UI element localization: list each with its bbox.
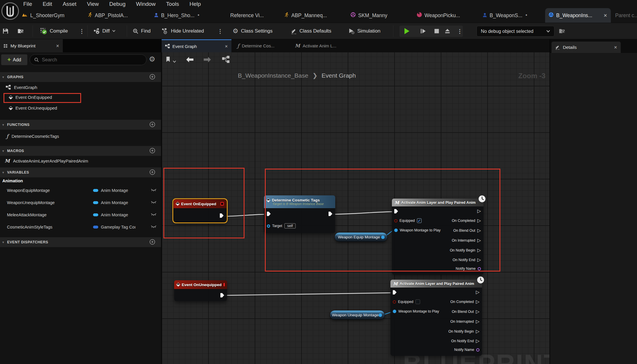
save-button[interactable] <box>2 28 9 34</box>
notify-name-row[interactable]: Notify Name <box>456 267 481 271</box>
node-activate-anim-equip[interactable]: M Activate Anim Layer and Play Paired An… <box>392 199 483 275</box>
debug-browse-button[interactable] <box>559 28 566 34</box>
compile-button[interactable]: Compile <box>40 28 68 35</box>
hide-unrelated-kebab[interactable]: ⋮ <box>217 28 223 34</box>
variable-category[interactable]: Animation <box>2 179 23 183</box>
equipped-pin-row[interactable]: Equipped ✓ <box>394 218 422 223</box>
asset-tab-parent-class[interactable]: Parent c... <box>615 9 637 22</box>
on-notify-begin-row[interactable]: On Notify Begin▷ <box>448 329 479 334</box>
sidebar-item-event-onunequipped[interactable]: Event OnUnequipped <box>9 106 57 110</box>
node-event-onequipped[interactable]: Event OnEquipped <box>174 199 226 222</box>
macros-section-header[interactable]: ▼ MACROS <box>0 146 161 156</box>
play-button[interactable] <box>403 27 411 35</box>
target-pin[interactable] <box>267 224 270 228</box>
browse-content-button[interactable] <box>17 28 24 34</box>
add-dispatcher-icon[interactable] <box>149 239 155 246</box>
variable-row-cosmeticanimstyletags[interactable]: CosmeticAnimStyleTags Gameplay Tag Coı <box>0 223 161 231</box>
search-field[interactable] <box>30 54 147 65</box>
target-pin-row[interactable]: Target self <box>267 223 296 229</box>
menu-edit[interactable]: Edit <box>43 1 52 7</box>
stop-button[interactable] <box>434 28 440 34</box>
add-macro-icon[interactable] <box>149 148 155 154</box>
exec-out-pin[interactable]: ▷ <box>477 209 481 213</box>
asset-tab-b-hero[interactable]: B_Hero_Sho... * <box>154 9 199 22</box>
sidebar-item-event-onequipped[interactable]: Event OnEquipped <box>9 95 52 100</box>
asset-tab-skm-manny[interactable]: SKM_Manny <box>351 9 387 22</box>
menu-help[interactable]: Help <box>190 1 201 7</box>
variable-row-weaponunequipmontage[interactable]: WeaponUnequipMontage Anim Montage <box>0 199 161 207</box>
montage-pin-row[interactable]: Weapon Montage to Play <box>394 228 440 232</box>
on-blend-out-row[interactable]: On Blend Out▷ <box>452 309 479 314</box>
asset-tab-abp-mannequin[interactable]: ABP_Manneq... <box>284 9 327 22</box>
exec-out-pin[interactable] <box>220 213 224 218</box>
sidebar-item-eventgraph[interactable]: EventGraph <box>6 85 37 90</box>
on-blend-out-row[interactable]: On Blend Out▷ <box>453 228 481 233</box>
on-interrupted-row[interactable]: On Interrupted▷ <box>450 319 479 324</box>
notify-name-pin[interactable] <box>476 348 479 351</box>
class-defaults-button[interactable]: Class Defaults <box>291 28 331 34</box>
menu-tools[interactable]: Tools <box>166 1 179 7</box>
debug-object-select[interactable]: No debug object selected <box>477 26 554 37</box>
asset-tab-b-weaponinstance-active[interactable]: B_WeaponIns... ✕ <box>545 8 611 23</box>
close-icon[interactable]: ✕ <box>56 44 59 48</box>
menu-window[interactable]: Window <box>136 1 156 7</box>
diff-button[interactable]: Diff <box>94 28 115 34</box>
panel-settings-gear-icon[interactable]: ⚙ <box>149 55 155 63</box>
eject-button[interactable] <box>444 28 451 34</box>
eye-closed-icon[interactable] <box>151 200 156 205</box>
sidebar-item-activateanimlayer-macro[interactable]: M ActivateAnimLayerAndPlayPairedAnim <box>5 158 88 164</box>
compile-options-kebab[interactable]: ⋮ <box>79 28 85 34</box>
simulation-button[interactable]: Simulation <box>348 28 380 34</box>
node-get-weapon-unequip-montage[interactable]: Weapon Unequip Montage <box>330 310 385 320</box>
add-button[interactable]: + Add <box>1 54 27 65</box>
functions-section-header[interactable]: ▼ FUNCTIONS <box>0 120 161 130</box>
menu-asset[interactable]: Asset <box>63 1 76 7</box>
montage-pin[interactable] <box>394 229 398 232</box>
node-event-onunequipped[interactable]: Event OnUnequipped <box>174 280 227 301</box>
on-interrupted-row[interactable]: On Interrupted▷ <box>452 238 481 243</box>
menu-debug[interactable]: Debug <box>109 1 126 7</box>
close-icon[interactable]: ✕ <box>614 45 617 50</box>
event-graph-canvas[interactable]: Event Graph ✕ ƒ Determine Cos... M Activ… <box>162 39 549 364</box>
my-blueprint-tab[interactable]: My Blueprint ✕ <box>0 39 63 52</box>
asset-tab-abp-pistol[interactable]: ABP_PistolA... <box>88 9 128 22</box>
node-get-weapon-equip-montage[interactable]: Weapon Equip Montage <box>334 232 388 242</box>
variable-row-meleeattackmontage[interactable]: MeleeAttackMontage Anim Montage <box>0 211 161 219</box>
equipped-pin-row[interactable]: Equipped <box>393 299 420 304</box>
notify-name-row[interactable]: Notify Name <box>454 348 479 352</box>
asset-tab-b-weapons[interactable]: B_WeaponS... * <box>483 9 527 22</box>
equipped-checkbox[interactable] <box>415 299 420 304</box>
target-value-field[interactable]: self <box>284 223 296 229</box>
eye-closed-icon[interactable] <box>151 224 156 230</box>
value-out-pin[interactable] <box>379 313 382 317</box>
graphs-section-header[interactable]: ▼ GRAPHS <box>0 72 161 82</box>
menu-view[interactable]: View <box>87 1 99 7</box>
exec-out-pin[interactable] <box>329 212 332 216</box>
exec-out-pin[interactable] <box>220 293 224 297</box>
frame-skip-button[interactable] <box>420 28 426 34</box>
dispatchers-section-header[interactable]: ▼ EVENT DISPATCHERS <box>0 237 161 247</box>
add-variable-icon[interactable] <box>149 169 155 176</box>
notify-name-pin[interactable] <box>478 267 481 270</box>
find-button[interactable]: Find <box>133 28 151 34</box>
asset-tab-weapon-pickup[interactable]: WeaponPicku... <box>417 9 460 22</box>
exec-in-pin[interactable] <box>394 209 398 213</box>
on-completed-row[interactable]: On Completed▷ <box>452 218 481 223</box>
variables-section-header[interactable]: ▼ VARIABLES <box>0 167 161 177</box>
hide-unrelated-button[interactable]: Hide Unrelated <box>162 28 204 34</box>
search-input[interactable] <box>42 57 142 63</box>
eye-closed-icon[interactable] <box>151 212 156 217</box>
sidebar-item-determinecosmetictags[interactable]: ƒ DetermineCosmeticTags <box>6 133 59 139</box>
on-notify-end-row[interactable]: On Notify End▷ <box>451 339 479 343</box>
on-completed-row[interactable]: On Completed▷ <box>450 299 479 304</box>
value-out-pin[interactable] <box>381 235 385 239</box>
on-notify-begin-row[interactable]: On Notify Begin▷ <box>450 248 481 253</box>
exec-in-pin[interactable] <box>393 290 397 295</box>
montage-pin[interactable] <box>393 310 396 313</box>
add-graph-icon[interactable] <box>149 74 155 81</box>
asset-tab-reference-viewer[interactable]: Reference Vi... <box>230 9 264 22</box>
exec-in-pin[interactable] <box>267 212 271 216</box>
add-function-icon[interactable] <box>149 122 155 128</box>
eye-closed-icon[interactable] <box>151 188 156 193</box>
class-settings-button[interactable]: ⚙ Class Settings <box>233 27 272 35</box>
